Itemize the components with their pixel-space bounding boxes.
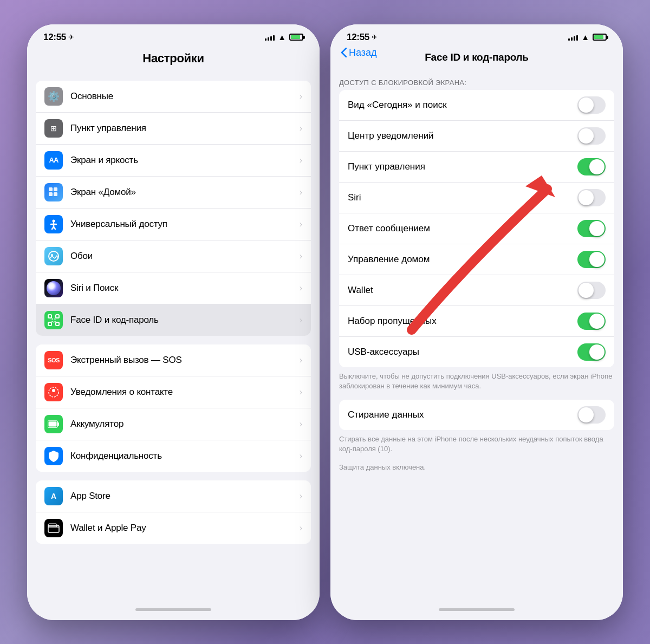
- settings-item-privacy[interactable]: Конфиденциальность ›: [36, 440, 311, 472]
- toggle-item-siri-right[interactable]: Siri: [339, 183, 614, 213]
- wallet-right-label: Wallet: [348, 285, 577, 296]
- notifications-label: Центр уведомлений: [348, 131, 577, 141]
- home-label: Управление домом: [348, 254, 577, 265]
- wallpaper-label: Обои: [70, 251, 295, 262]
- left-settings-content: ⚙️ Основные › ⊞ Пункт управления › AA Эк…: [27, 72, 320, 604]
- toggle-item-wallet-right[interactable]: Wallet: [339, 275, 614, 306]
- right-home-indicator: [330, 604, 623, 620]
- wallet-right-toggle[interactable]: [577, 282, 606, 299]
- back-button[interactable]: Назад: [341, 47, 377, 58]
- settings-group-1: ⚙️ Основные › ⊞ Пункт управления › AA Эк…: [36, 81, 311, 336]
- display-chevron: ›: [300, 155, 302, 165]
- usb-toggle[interactable]: [577, 343, 606, 361]
- svg-rect-21: [49, 421, 57, 426]
- settings-item-siri[interactable]: Siri и Поиск ›: [36, 272, 311, 304]
- display-label: Экран и яркость: [70, 155, 295, 166]
- toggle-item-reply-message[interactable]: Ответ сообщением: [339, 213, 614, 244]
- wallpaper-chevron: ›: [300, 251, 302, 261]
- settings-item-general[interactable]: ⚙️ Основные ›: [36, 81, 311, 113]
- control-center-icon: ⊞: [44, 119, 63, 138]
- siri-right-label: Siri: [348, 192, 577, 203]
- settings-item-sos[interactable]: SOS Экстренный вызов — SOS ›: [36, 344, 311, 376]
- toggle-item-home[interactable]: Управление домом: [339, 244, 614, 275]
- settings-group-3: A App Store ›: [36, 480, 311, 544]
- svg-line-8: [54, 227, 55, 229]
- appstore-chevron: ›: [300, 491, 302, 501]
- settings-item-battery[interactable]: Аккумулятор ›: [36, 408, 311, 440]
- contact-icon: [44, 383, 63, 401]
- settings-item-control-center[interactable]: ⊞ Пункт управления ›: [36, 113, 311, 145]
- svg-rect-0: [49, 187, 53, 191]
- battery-chevron: ›: [300, 419, 302, 429]
- appstore-icon: A: [44, 487, 63, 505]
- settings-item-wallet[interactable]: Wallet и Apple Pay ›: [36, 512, 311, 544]
- toggle-item-missed-calls[interactable]: Набор пропущенных: [339, 306, 614, 337]
- svg-rect-13: [48, 322, 51, 326]
- svg-point-18: [52, 389, 55, 392]
- home-screen-chevron: ›: [300, 187, 302, 197]
- toggle-group-main: Вид «Сегодня» и поиск Центр уведомлений …: [339, 90, 614, 367]
- wifi-icon-right: ▲: [581, 32, 589, 42]
- battery-icon-left: [289, 34, 303, 41]
- erase-note: Стирать все данные на этом iPhone после …: [330, 430, 623, 463]
- settings-item-contact[interactable]: Уведомления о контакте ›: [36, 376, 311, 408]
- wallet-icon: [44, 519, 63, 537]
- left-status-time: 12:55: [43, 32, 66, 43]
- left-nav-title: Настройки: [142, 51, 204, 65]
- settings-group-2: SOS Экстренный вызов — SOS › Уведомления: [36, 344, 311, 472]
- faceid-label: Face ID и код-пароль: [70, 315, 295, 326]
- siri-right-toggle[interactable]: [577, 189, 606, 206]
- right-status-icons: ▲: [568, 32, 607, 42]
- toggle-item-usb[interactable]: USB-аксессуары: [339, 337, 614, 367]
- settings-item-accessibility[interactable]: Универсальный доступ ›: [36, 209, 311, 240]
- reply-message-toggle[interactable]: [577, 220, 606, 237]
- svg-point-15: [51, 318, 53, 319]
- toggle-item-notifications[interactable]: Центр уведомлений: [339, 121, 614, 152]
- contact-chevron: ›: [300, 387, 302, 397]
- access-section-header: ДОСТУП С БЛОКИРОВКОЙ ЭКРАНА:: [330, 70, 623, 90]
- siri-label: Siri и Поиск: [70, 283, 295, 294]
- reply-message-label: Ответ сообщением: [348, 223, 577, 234]
- settings-item-appstore[interactable]: A App Store ›: [36, 480, 311, 512]
- usb-note: Выключите, чтобы не допустить подключени…: [330, 367, 623, 400]
- toggle-item-today-view[interactable]: Вид «Сегодня» и поиск: [339, 90, 614, 121]
- left-phone: 12:55 ✈ ▲ Наст: [27, 24, 320, 620]
- right-phone-screen: 12:55 ✈ ▲: [330, 24, 623, 620]
- home-toggle[interactable]: [577, 251, 606, 268]
- wallpaper-icon: [44, 247, 63, 265]
- settings-item-home-screen[interactable]: Экран «Домой» ›: [36, 177, 311, 209]
- right-status-bar: 12:55 ✈ ▲: [330, 24, 623, 47]
- control-center-right-toggle[interactable]: [577, 158, 606, 175]
- battery-label: Аккумулятор: [70, 419, 295, 430]
- left-phone-screen: 12:55 ✈ ▲ Наст: [27, 24, 320, 620]
- missed-calls-toggle[interactable]: [577, 313, 606, 330]
- back-label: Назад: [349, 47, 377, 58]
- left-status-bar: 12:55 ✈ ▲: [27, 24, 320, 47]
- faceid-icon: [44, 311, 63, 329]
- settings-item-faceid[interactable]: Face ID и код-пароль ›: [36, 304, 311, 336]
- signal-bars-left: [265, 34, 275, 41]
- today-view-toggle[interactable]: [577, 96, 606, 114]
- toggle-item-control-center-right[interactable]: Пункт управления: [339, 152, 614, 183]
- erase-toggle[interactable]: [577, 406, 606, 424]
- battery-settings-icon: [44, 415, 63, 433]
- control-center-label: Пункт управления: [70, 123, 295, 134]
- general-label: Основные: [70, 91, 295, 102]
- right-nav-header: Назад Face ID и код-пароль: [330, 47, 623, 70]
- right-nav-title: Face ID и код-пароль: [425, 51, 528, 63]
- privacy-chevron: ›: [300, 451, 302, 461]
- accessibility-icon: [44, 215, 63, 233]
- left-home-indicator: [27, 604, 320, 620]
- privacy-label: Конфиденциальность: [70, 451, 295, 461]
- display-icon: AA: [44, 151, 63, 170]
- svg-text:A: A: [51, 492, 56, 500]
- settings-item-wallpaper[interactable]: Обои ›: [36, 240, 311, 272]
- sos-label: Экстренный вызов — SOS: [70, 355, 295, 366]
- toggle-item-erase[interactable]: Стирание данных: [339, 400, 614, 430]
- erase-label: Стирание данных: [348, 409, 577, 420]
- notifications-toggle[interactable]: [577, 127, 606, 145]
- settings-item-display[interactable]: AA Экран и яркость ›: [36, 145, 311, 177]
- svg-rect-12: [56, 315, 59, 318]
- right-status-time: 12:55: [347, 32, 369, 43]
- left-status-icons: ▲: [265, 32, 303, 42]
